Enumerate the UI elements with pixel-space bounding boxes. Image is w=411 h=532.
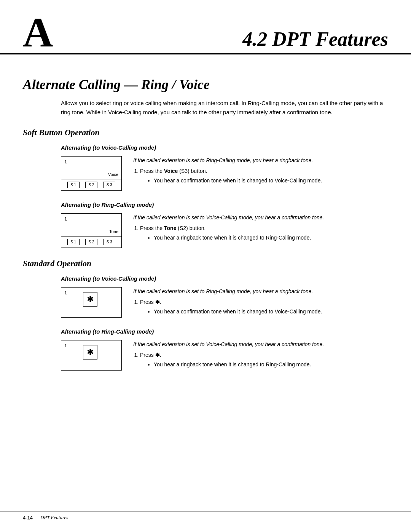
- std-ring-steps: Press ✱. You hear a ringback tone when i…: [140, 351, 388, 369]
- voice-bullets: You hear a confirmation tone when it is …: [154, 176, 388, 185]
- star-box-voice: ✱: [83, 292, 97, 307]
- ring-mode-heading: Alternating (to Ring-Calling mode): [0, 201, 411, 208]
- header-title: 4.2 DPT Features: [242, 28, 388, 53]
- ring-italic-intro: If the called extension is set to Voice-…: [133, 213, 388, 222]
- voice-italic-intro: If the called extension is set to Ring-C…: [133, 156, 388, 165]
- phone-buttons-ring: S 1 S 2 S 3: [61, 236, 121, 248]
- std-ring-italic-intro: If the called extension is set to Voice-…: [133, 340, 388, 348]
- soft-button-heading: Soft Button Operation: [0, 128, 411, 137]
- std-ring-bullet-1: You hear a ringback tone when it is chan…: [154, 360, 388, 369]
- std-ring-bullets: You hear a ringback tone when it is chan…: [154, 360, 388, 369]
- btn-s1-voice: S 1: [67, 182, 80, 188]
- btn-s1-ring: S 1: [67, 239, 80, 245]
- std-voice-bullet-1: You hear a confirmation tone when it is …: [154, 307, 388, 316]
- std-voice-instructions: If the called extension is set to Ring-C…: [133, 287, 388, 317]
- phone-buttons-voice: S 1 S 2 S 3: [61, 179, 121, 190]
- std-screen-number-ring: 1: [64, 343, 67, 348]
- voice-mode-diagram-row: 1 Voice S 1 S 2 S 3 If the called extens…: [0, 156, 411, 191]
- description: Allows you to select ring or voice calli…: [0, 99, 411, 117]
- header: A 4.2 DPT Features: [0, 0, 411, 54]
- voice-bullet-1: You hear a confirmation tone when it is …: [154, 176, 388, 185]
- header-letter: A: [23, 11, 53, 53]
- phone-diagram-voice: 1 Voice S 1 S 2 S 3: [61, 156, 122, 191]
- voice-instructions: If the called extension is set to Ring-C…: [133, 156, 388, 186]
- star-box-ring: ✱: [83, 345, 97, 359]
- footer-page: 4-14: [23, 515, 33, 521]
- std-voice-bullets: You hear a confirmation tone when it is …: [154, 307, 388, 316]
- ring-mode-diagram-row: 1 Tone S 1 S 2 S 3 If the called extensi…: [0, 213, 411, 248]
- std-voice-diagram-row: 1 ✱ If the called extension is set to Ri…: [0, 287, 411, 318]
- star-symbol-voice: ✱: [87, 294, 94, 304]
- ring-bullets: You hear a ringback tone when it is chan…: [154, 233, 388, 242]
- std-ring-mode-heading: Alternating (to Ring-Calling mode): [0, 328, 411, 335]
- btn-s2-ring: S 2: [85, 239, 97, 245]
- ring-steps: Press the Tone (S2) button. You hear a r…: [140, 224, 388, 242]
- std-voice-step-1: Press ✱. You hear a confirmation tone wh…: [140, 298, 388, 316]
- phone-screen-voice: 1 Voice: [61, 157, 121, 179]
- voice-mode-heading: Alternating (to Voice-Calling mode): [0, 144, 411, 151]
- screen-number-ring: 1: [64, 216, 67, 222]
- std-screen-number-voice: 1: [64, 290, 67, 296]
- page-title: Alternate Calling — Ring / Voice: [23, 77, 388, 93]
- standard-operation-heading: Standard Operation: [0, 259, 411, 268]
- screen-number-voice: 1: [64, 159, 67, 165]
- ring-step-1: Press the Tone (S2) button. You hear a r…: [140, 224, 388, 242]
- phone-diagram-ring: 1 Tone S 1 S 2 S 3: [61, 213, 122, 248]
- phone-screen-ring: 1 Tone: [61, 214, 121, 236]
- std-ring-instructions: If the called extension is set to Voice-…: [133, 340, 388, 370]
- btn-s3-ring: S 3: [103, 239, 115, 245]
- std-voice-mode-heading: Alternating (to Voice-Calling mode): [0, 275, 411, 282]
- ring-bullet-1: You hear a ringback tone when it is chan…: [154, 233, 388, 242]
- std-phone-diagram-ring: 1 ✱: [61, 340, 122, 371]
- screen-label-ring: Tone: [109, 229, 118, 235]
- page: A 4.2 DPT Features Alternate Calling — R…: [0, 0, 411, 532]
- screen-label-voice: Voice: [108, 172, 118, 177]
- std-phone-diagram-voice: 1 ✱: [61, 287, 122, 318]
- std-voice-steps: Press ✱. You hear a confirmation tone wh…: [140, 298, 388, 316]
- star-symbol-ring: ✱: [87, 347, 94, 357]
- btn-s2-voice: S 2: [85, 182, 97, 188]
- std-ring-diagram-row: 1 ✱ If the called extension is set to Vo…: [0, 340, 411, 371]
- std-voice-italic-intro: If the called extension is set to Ring-C…: [133, 287, 388, 296]
- voice-step-1: Press the Voice (S3) button. You hear a …: [140, 167, 388, 185]
- btn-s3-voice: S 3: [103, 182, 115, 188]
- ring-instructions: If the called extension is set to Voice-…: [133, 213, 388, 243]
- footer-title: DPT Features: [40, 514, 68, 521]
- footer: 4-14 DPT Features: [0, 511, 411, 521]
- std-ring-step-1: Press ✱. You hear a ringback tone when i…: [140, 351, 388, 369]
- voice-steps: Press the Voice (S3) button. You hear a …: [140, 167, 388, 185]
